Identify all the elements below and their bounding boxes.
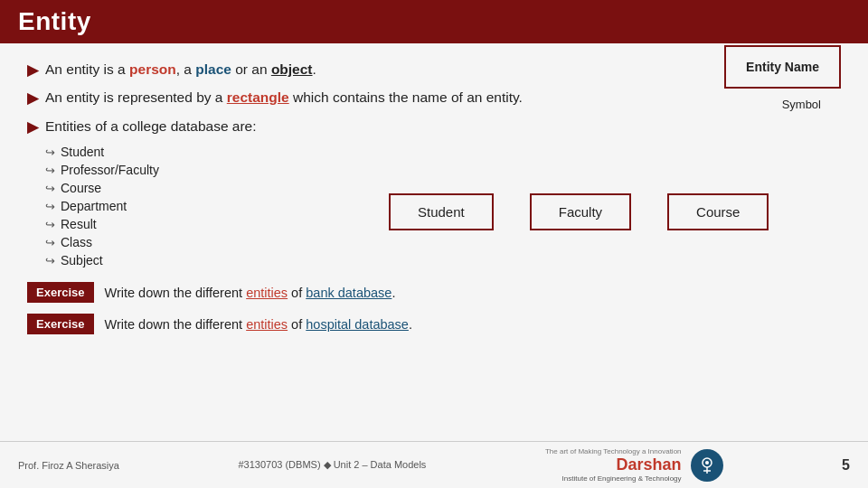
sub-bullet-list: ↪ Student ↪ Professor/Faculty ↪ Course ↪… [27,145,208,271]
symbol-label: Symbol [782,98,821,111]
sub-label-department: Department [61,199,127,213]
text-rectangle: rectangle [227,89,289,105]
exercise-2-text: Write down the different entities of hos… [105,317,412,332]
bullet-3-text: Entities of a college database are: [45,117,257,136]
text-place: place [195,61,231,77]
bullet-3: ▶ Entities of a college database are: [27,117,841,137]
footer-logo: The art of Making Technology a Innovatio… [545,447,723,483]
sub-bullets-row: ↪ Student ↪ Professor/Faculty ↪ Course ↪… [27,145,841,271]
exercise-1: Exercise Write down the different entiti… [27,282,841,303]
sub-label-course: Course [61,181,101,195]
entity-box-student-label: Student [418,204,465,220]
footer-left: Prof. Firoz A Sherasiya [18,460,119,471]
footer-page: 5 [842,457,850,474]
slide-header: Entity [0,0,868,43]
bullet-1-text: An entity is a person, a place or an obj… [45,60,316,80]
footer-logo-sub: Institute of Engineering & Technology [562,474,682,483]
bullet-2-text: An entity is represented by a rectangle … [45,88,523,108]
sub-bullet-subject: ↪ Subject [45,253,208,267]
sub-bullet-department: ↪ Department [45,199,208,213]
sub-bullet-result: ↪ Result [45,217,208,231]
slide-title: Entity [18,7,91,35]
text-object: object [271,61,313,77]
slide: Entity Entity Name Symbol ▶ An entity is… [0,0,868,488]
exercise-1-label: Exercise [27,282,94,303]
exercise-2-label: Exercise [27,314,94,334]
text-bank-db: bank database [306,286,392,300]
footer-logo-tag: The art of Making Technology a Innovatio… [545,447,682,455]
exercise-1-text: Write down the different entities of ban… [105,286,396,300]
sub-bullet-class: ↪ Class [45,235,208,249]
entity-box-faculty: Faculty [530,193,631,230]
footer-logo-text: Darshan [617,455,682,474]
sub-bullet-student: ↪ Student [45,145,208,159]
svg-point-1 [705,461,709,465]
darshan-logo-icon [697,455,717,475]
entity-box-student: Student [389,193,494,230]
sub-label-subject: Subject [61,253,103,267]
bullet-arrow-1: ▶ [27,61,38,80]
sub-label-class: Class [61,235,92,249]
bullet-2: ▶ An entity is represented by a rectangl… [27,88,841,108]
sub-label-professor: Professor/Faculty [61,163,159,177]
sub-label-result: Result [61,217,97,231]
text-entities-2: entities [246,317,288,332]
footer: Prof. Firoz A Sherasiya #3130703 (DBMS) … [0,441,868,488]
footer-logo-circle [691,449,723,482]
bullet-1: ▶ An entity is a person, a place or an o… [27,60,841,80]
entity-name-label: Entity Name [746,60,819,74]
entity-box-course-label: Course [696,204,740,220]
entity-boxes-row: Student Faculty Course [389,152,769,271]
entity-name-box: Entity Name [724,45,841,89]
exercise-2: Exercise Write down the different entiti… [27,314,841,334]
entity-box-course: Course [667,193,769,230]
sub-bullet-professor: ↪ Professor/Faculty [45,163,208,177]
bullet-arrow-3: ▶ [27,117,38,137]
sub-bullet-course: ↪ Course [45,181,208,195]
sub-label-student: Student [61,145,104,159]
text-hospital-db: hospital database [306,317,409,332]
footer-center: #3130703 (DBMS) ◆ Unit 2 – Data Models [238,459,426,471]
entity-box-faculty-label: Faculty [559,204,602,220]
text-person: person [129,61,176,77]
bullet-arrow-2: ▶ [27,89,38,108]
text-entities-1: entities [246,286,288,300]
